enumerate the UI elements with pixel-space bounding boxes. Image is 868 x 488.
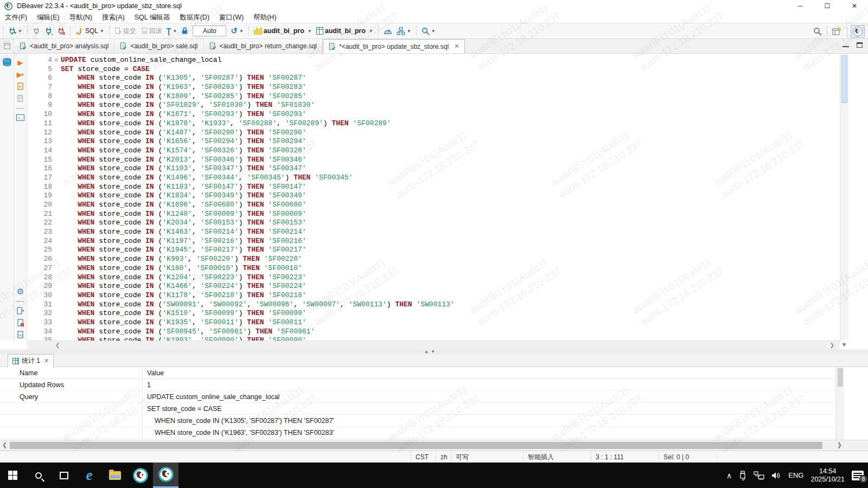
scroll-down-icon[interactable]: ▼ bbox=[840, 341, 848, 349]
network-tray-icon[interactable] bbox=[754, 471, 764, 480]
code-line[interactable]: 33 WHEN store_code IN ('K1935', 'SF00011… bbox=[27, 318, 455, 328]
scroll-right-icon[interactable]: ❯ bbox=[837, 441, 842, 448]
notification-center-icon[interactable]: 8 bbox=[852, 471, 864, 480]
code-line[interactable]: 20 WHEN store_code IN ('K1696', 'SF00680… bbox=[27, 201, 455, 210]
table-row[interactable]: Updated Rows1 bbox=[0, 379, 835, 391]
menu-item[interactable]: 窗口(W) bbox=[214, 12, 248, 23]
code-line[interactable]: 21 WHEN store_code IN ('K1240', 'SF00009… bbox=[27, 210, 455, 219]
transaction-history-button[interactable]: ↺ ▼ bbox=[229, 24, 245, 37]
taskbar-search-button[interactable] bbox=[25, 463, 51, 488]
code-line[interactable]: 8 WHEN store_code IN ('K1809', 'SF00285'… bbox=[27, 92, 455, 101]
code-line[interactable]: 30 WHEN store_code IN ('K1178', 'SF00218… bbox=[27, 291, 455, 300]
code-line[interactable]: 34 WHEN store_code IN ('SF00945', 'SF009… bbox=[27, 328, 455, 337]
editor-vertical-scrollbar[interactable] bbox=[840, 54, 848, 341]
file-explorer-icon[interactable] bbox=[102, 463, 127, 488]
open-perspective-button[interactable] bbox=[831, 25, 843, 38]
code-line[interactable]: 5SET store_code = CASE bbox=[27, 65, 455, 74]
column-header[interactable]: Value bbox=[142, 367, 164, 378]
stats-tab[interactable]: 统计 1 ✕ bbox=[8, 354, 54, 367]
internet-explorer-icon[interactable]: e bbox=[76, 463, 102, 488]
reconnect-button[interactable] bbox=[43, 24, 54, 37]
code-line[interactable]: 11 WHEN store_code IN ('K1878', 'K1933',… bbox=[27, 119, 455, 129]
quick-search-button[interactable] bbox=[812, 25, 824, 38]
file-warning-button[interactable]: ! bbox=[14, 317, 27, 329]
code-line[interactable]: 28 WHEN store_code IN ('K1204', 'SF00223… bbox=[27, 273, 455, 282]
code-line[interactable]: 31 WHEN store_code IN ('SW00091', 'SW000… bbox=[27, 300, 455, 310]
code-line[interactable]: 4⊖UPDATE custom_online_sale_change_local bbox=[27, 56, 455, 65]
execute-script-button[interactable] bbox=[14, 81, 27, 93]
code-line[interactable]: 35 WHEN store_code IN ('K1993', 'SF00090… bbox=[27, 336, 455, 341]
table-row[interactable]: QueryUPDATE custom_online_sale_change_lo… bbox=[0, 391, 835, 403]
sql-editor[interactable]: 4⊖UPDATE custom_online_sale_change_local… bbox=[27, 54, 840, 341]
sash-down-icon[interactable]: ▼ bbox=[431, 349, 435, 354]
table-row[interactable]: WHEN store_code IN ('K1305', 'SF00287') … bbox=[0, 415, 835, 427]
tray-chevron-up-icon[interactable]: ∧ bbox=[726, 471, 732, 480]
database-select[interactable]: audit_bi_pro ▼ bbox=[252, 24, 314, 37]
file-braces-button[interactable]: (w) bbox=[14, 329, 27, 341]
maximize-button[interactable]: ☐ bbox=[814, 0, 841, 12]
rollback-button[interactable]: 回滚 bbox=[139, 24, 164, 37]
code-line[interactable]: 14 WHEN store_code IN ('K1574', 'SF00326… bbox=[27, 146, 455, 156]
database-navigator-icon[interactable] bbox=[2, 58, 12, 67]
menu-item[interactable]: 数据库(D) bbox=[175, 12, 214, 23]
fold-marker-icon[interactable]: ⊖ bbox=[52, 56, 61, 65]
menu-item[interactable]: 文件(F) bbox=[0, 12, 32, 23]
start-button[interactable] bbox=[0, 463, 25, 488]
menu-item[interactable]: 导航(N) bbox=[65, 12, 97, 23]
execute-new-tab-button[interactable]: ▶+ bbox=[14, 69, 27, 81]
code-line[interactable]: 32 WHEN store_code IN ('K1510', 'SF00099… bbox=[27, 309, 455, 318]
results-vertical-scrollbar[interactable] bbox=[835, 367, 844, 440]
disconnect-button[interactable] bbox=[55, 24, 67, 37]
menu-item[interactable]: 搜索(A) bbox=[97, 12, 130, 23]
close-button[interactable]: ✕ bbox=[841, 0, 868, 12]
task-view-button[interactable] bbox=[51, 463, 76, 488]
maximize-editor-icon[interactable] bbox=[857, 42, 863, 48]
volume-tray-icon[interactable] bbox=[771, 471, 781, 480]
dbeaver-taskbar-icon-active[interactable] bbox=[153, 463, 178, 488]
editor-tab[interactable]: *<audit_bi_pro> update_sbz_store.sql✕ bbox=[323, 39, 465, 53]
schema-select[interactable]: audit_bi_pro ▼ bbox=[315, 24, 375, 37]
dashboard-button[interactable] bbox=[382, 24, 394, 37]
user-avatar[interactable] bbox=[851, 25, 865, 38]
open-terminal-button[interactable]: >_ bbox=[14, 112, 27, 124]
editor-tab[interactable]: <audit_bi_pro> return_change.sql bbox=[204, 39, 323, 53]
menu-item[interactable]: SQL 编辑器 bbox=[130, 12, 175, 23]
column-header[interactable]: Name bbox=[0, 369, 142, 377]
toolbar-search-button[interactable]: ▼ bbox=[420, 24, 437, 37]
close-icon[interactable]: ✕ bbox=[44, 357, 49, 364]
code-line[interactable]: 9 WHEN store_code IN ('SF01029', 'SF0103… bbox=[27, 101, 455, 110]
code-line[interactable]: 18 WHEN store_code IN ('K1183', 'SF00147… bbox=[27, 183, 455, 192]
close-icon[interactable]: ✕ bbox=[454, 43, 459, 50]
minimize-button[interactable]: ─ bbox=[787, 0, 814, 12]
scroll-left-icon[interactable]: ❮ bbox=[2, 441, 7, 448]
code-line[interactable]: 26 WHEN store_code IN ('K993', 'SF00220'… bbox=[27, 255, 455, 264]
code-line[interactable]: 23 WHEN store_code IN ('K1463', 'SF00214… bbox=[27, 228, 455, 237]
code-line[interactable]: 10 WHEN store_code IN ('K1671', 'SF00293… bbox=[27, 110, 455, 119]
input-language[interactable]: ENG bbox=[788, 471, 803, 479]
commit-mode-select[interactable]: Auto bbox=[193, 25, 226, 36]
code-line[interactable]: 13 WHEN store_code IN ('K1656', 'SF00294… bbox=[27, 137, 455, 146]
commit-button[interactable]: 提交 bbox=[113, 24, 138, 37]
dbeaver-taskbar-icon[interactable] bbox=[127, 463, 153, 488]
execute-statement-button[interactable]: ▶ bbox=[14, 57, 27, 69]
restore-panel-icon[interactable] bbox=[0, 38, 14, 53]
table-row[interactable]: SET store_code = CASE bbox=[0, 403, 835, 415]
code-line[interactable]: 29 WHEN store_code IN ('K1466', 'SF00224… bbox=[27, 282, 455, 291]
results-horizontal-scrollbar[interactable]: ❮ ❯ bbox=[0, 440, 868, 451]
code-line[interactable]: 27 WHEN store_code IN ('K160', 'SF00010'… bbox=[27, 264, 455, 273]
code-line[interactable]: 6 WHEN store_code IN ('K1305', 'SF00287'… bbox=[27, 74, 455, 83]
usb-tray-icon[interactable] bbox=[739, 471, 746, 480]
new-connection-button[interactable]: ▼ bbox=[7, 24, 24, 37]
sql-editor-button[interactable]: SQL ▼ bbox=[74, 24, 106, 37]
code-line[interactable]: 24 WHEN store_code IN ('K1197', 'SF00216… bbox=[27, 237, 455, 246]
sash-up-icon[interactable]: ▲ bbox=[424, 349, 429, 354]
code-line[interactable]: 22 WHEN store_code IN ('K2034', 'SF00153… bbox=[27, 219, 455, 228]
panel-sash[interactable]: ▲▼ bbox=[0, 349, 868, 354]
code-line[interactable]: 12 WHEN store_code IN ('K1487', 'SF00290… bbox=[27, 129, 455, 138]
code-line[interactable]: 19 WHEN store_code IN ('K1834', 'SF00349… bbox=[27, 191, 455, 201]
transaction-log-button[interactable]: T ▼ bbox=[165, 24, 178, 37]
taskbar-clock[interactable]: 14:54 2025/10/21 bbox=[810, 467, 845, 484]
table-row[interactable]: WHEN store_code IN ('K1963', 'SF00283') … bbox=[0, 427, 835, 439]
minimize-editor-icon[interactable] bbox=[843, 46, 849, 47]
code-line[interactable]: 16 WHEN store_code IN ('K1103', 'SF00347… bbox=[27, 164, 455, 174]
